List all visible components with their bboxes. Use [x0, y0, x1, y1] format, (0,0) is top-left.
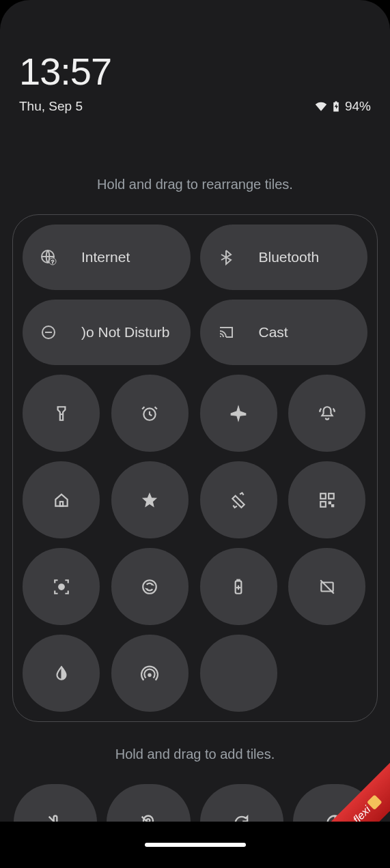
status-bar: 13:57 Thu, Sep 5 94% — [0, 0, 390, 114]
qr-tile[interactable] — [288, 461, 365, 538]
cast-icon — [218, 324, 234, 341]
battery-saver-icon — [229, 578, 247, 596]
hotspot-icon — [141, 665, 158, 682]
mic-off-icon — [46, 813, 65, 822]
svg-rect-8 — [320, 493, 326, 499]
sync-icon — [141, 578, 158, 596]
svg-point-19 — [148, 674, 151, 676]
svg-rect-12 — [331, 504, 333, 506]
bluetooth-tile[interactable]: Bluetooth — [200, 225, 368, 290]
available-tiles — [14, 784, 376, 822]
dnd-label: )o Not Disturb — [81, 324, 170, 341]
bell-ring-icon — [318, 405, 336, 422]
location-off-icon — [139, 813, 158, 822]
svg-point-14 — [143, 580, 157, 594]
cast-label: Cast — [259, 324, 288, 341]
svg-point-13 — [58, 583, 64, 590]
status-icons: 94% — [315, 99, 371, 114]
internet-tile[interactable]: ? Internet — [23, 225, 191, 290]
airplane-icon — [229, 405, 247, 422]
hotspot-tile[interactable] — [111, 635, 189, 712]
sync-tile[interactable] — [111, 548, 189, 625]
bell-ring-tile[interactable] — [288, 375, 365, 452]
focus-tile[interactable] — [23, 548, 100, 625]
clock-time: 13:57 — [19, 49, 371, 93]
dnd-icon — [40, 324, 57, 341]
svg-rect-7 — [59, 502, 62, 506]
nav-handle[interactable] — [145, 843, 246, 847]
svg-rect-9 — [329, 493, 334, 499]
rotate-icon — [229, 491, 247, 509]
alarm-tile[interactable] — [111, 375, 189, 452]
invert-icon — [53, 665, 70, 682]
bluetooth-label: Bluetooth — [259, 249, 320, 265]
bluetooth-icon — [218, 249, 234, 265]
refresh-tile[interactable] — [200, 784, 283, 822]
alarm-icon — [141, 405, 158, 422]
mic-off-tile[interactable] — [14, 784, 97, 822]
location-off-tile[interactable] — [107, 784, 190, 822]
focus-icon — [53, 578, 70, 596]
svg-rect-11 — [329, 502, 331, 504]
cup-icon — [367, 794, 382, 810]
cast-tile[interactable]: Cast — [200, 300, 368, 365]
wifi-icon — [315, 100, 327, 113]
battery-charging-icon — [330, 100, 342, 113]
qr-icon — [318, 491, 336, 509]
star-tile[interactable] — [111, 461, 189, 538]
dnd-tile[interactable]: )o Not Disturb — [23, 300, 191, 365]
internet-label: Internet — [81, 249, 130, 265]
screenshot-off-tile[interactable] — [288, 548, 365, 625]
empty-tile[interactable] — [200, 635, 277, 712]
svg-rect-16 — [237, 579, 240, 581]
battery-percent: 94% — [345, 99, 371, 114]
active-tiles-box: ? Internet Bluetooth )o Not Disturb Cast — [12, 214, 378, 722]
navigation-bar[interactable] — [0, 822, 390, 868]
battery-saver-tile[interactable] — [200, 548, 277, 625]
home-icon — [53, 491, 70, 509]
add-hint: Hold and drag to add tiles. — [0, 747, 390, 762]
star-icon — [141, 491, 158, 509]
svg-rect-10 — [320, 502, 326, 507]
svg-text:?: ? — [51, 259, 55, 265]
flexi-label: flexi — [350, 804, 373, 822]
svg-line-21 — [49, 816, 62, 822]
refresh-icon — [232, 813, 251, 822]
rotate-tile[interactable] — [200, 461, 277, 538]
invert-tile[interactable] — [23, 635, 100, 712]
globe-question-icon: ? — [40, 249, 57, 265]
airplane-tile[interactable] — [200, 375, 277, 452]
flashlight-icon — [53, 405, 70, 422]
date-text: Thu, Sep 5 — [19, 99, 83, 114]
flashlight-tile[interactable] — [23, 375, 100, 452]
rearrange-hint: Hold and drag to rearrange tiles. — [0, 177, 390, 192]
screenshot-off-icon — [318, 578, 336, 596]
home-tile[interactable] — [23, 461, 100, 538]
